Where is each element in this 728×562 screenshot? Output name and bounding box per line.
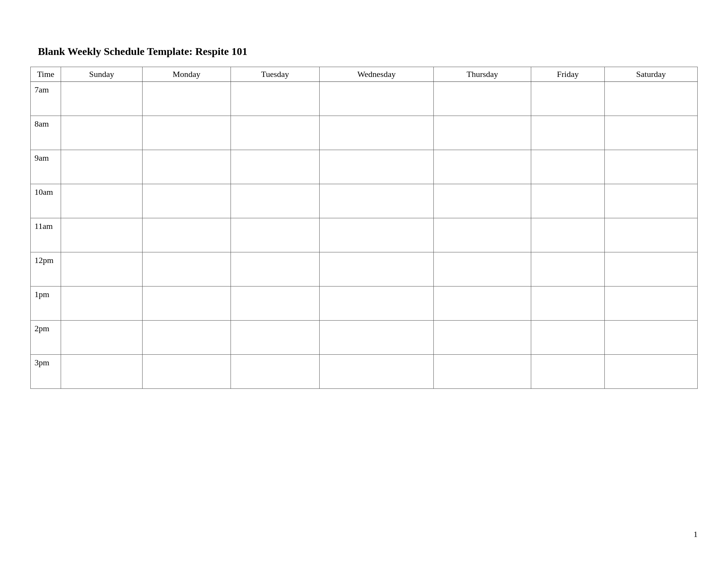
schedule-cell[interactable] bbox=[142, 286, 231, 321]
schedule-table: Time Sunday Monday Tuesday Wednesday Thu… bbox=[30, 67, 698, 389]
schedule-cell[interactable] bbox=[319, 252, 433, 286]
table-row: 7am bbox=[31, 82, 698, 116]
schedule-cell[interactable] bbox=[319, 116, 433, 150]
table-row: 8am bbox=[31, 116, 698, 150]
schedule-cell[interactable] bbox=[319, 82, 433, 116]
schedule-cell[interactable] bbox=[231, 82, 319, 116]
table-row: 1pm bbox=[31, 286, 698, 321]
table-row: 3pm bbox=[31, 355, 698, 389]
schedule-cell[interactable] bbox=[434, 218, 531, 252]
schedule-cell[interactable] bbox=[319, 218, 433, 252]
schedule-cell[interactable] bbox=[61, 321, 143, 355]
time-cell: 1pm bbox=[31, 286, 61, 321]
schedule-cell[interactable] bbox=[604, 184, 697, 218]
schedule-cell[interactable] bbox=[434, 252, 531, 286]
header-time: Time bbox=[31, 67, 61, 82]
schedule-cell[interactable] bbox=[604, 321, 697, 355]
table-row: 2pm bbox=[31, 321, 698, 355]
schedule-cell[interactable] bbox=[142, 218, 231, 252]
schedule-cell[interactable] bbox=[61, 82, 143, 116]
schedule-cell[interactable] bbox=[434, 355, 531, 389]
header-saturday: Saturday bbox=[604, 67, 697, 82]
schedule-cell[interactable] bbox=[604, 150, 697, 184]
header-friday: Friday bbox=[531, 67, 605, 82]
schedule-cell[interactable] bbox=[604, 355, 697, 389]
schedule-cell[interactable] bbox=[604, 82, 697, 116]
schedule-cell[interactable] bbox=[142, 252, 231, 286]
schedule-cell[interactable] bbox=[434, 150, 531, 184]
header-monday: Monday bbox=[142, 67, 231, 82]
schedule-cell[interactable] bbox=[604, 116, 697, 150]
schedule-cell[interactable] bbox=[319, 355, 433, 389]
schedule-cell[interactable] bbox=[434, 321, 531, 355]
header-tuesday: Tuesday bbox=[231, 67, 319, 82]
schedule-cell[interactable] bbox=[231, 355, 319, 389]
time-cell: 2pm bbox=[31, 321, 61, 355]
schedule-cell[interactable] bbox=[531, 218, 605, 252]
schedule-cell[interactable] bbox=[142, 150, 231, 184]
header-row: Time Sunday Monday Tuesday Wednesday Thu… bbox=[31, 67, 698, 82]
schedule-cell[interactable] bbox=[61, 184, 143, 218]
schedule-cell[interactable] bbox=[319, 286, 433, 321]
schedule-cell[interactable] bbox=[531, 286, 605, 321]
schedule-cell[interactable] bbox=[142, 355, 231, 389]
header-wednesday: Wednesday bbox=[319, 67, 433, 82]
schedule-cell[interactable] bbox=[434, 184, 531, 218]
time-cell: 8am bbox=[31, 116, 61, 150]
schedule-cell[interactable] bbox=[231, 252, 319, 286]
table-row: 9am bbox=[31, 150, 698, 184]
schedule-cell[interactable] bbox=[531, 321, 605, 355]
schedule-cell[interactable] bbox=[142, 321, 231, 355]
schedule-cell[interactable] bbox=[604, 286, 697, 321]
time-cell: 12pm bbox=[31, 252, 61, 286]
schedule-cell[interactable] bbox=[61, 355, 143, 389]
page-container: Blank Weekly Schedule Template: Respite … bbox=[0, 0, 728, 419]
schedule-cell[interactable] bbox=[61, 218, 143, 252]
schedule-cell[interactable] bbox=[231, 218, 319, 252]
table-row: 11am bbox=[31, 218, 698, 252]
schedule-cell[interactable] bbox=[319, 321, 433, 355]
header-thursday: Thursday bbox=[434, 67, 531, 82]
schedule-cell[interactable] bbox=[531, 82, 605, 116]
schedule-cell[interactable] bbox=[142, 184, 231, 218]
schedule-cell[interactable] bbox=[319, 184, 433, 218]
schedule-cell[interactable] bbox=[142, 116, 231, 150]
table-row: 10am bbox=[31, 184, 698, 218]
schedule-cell[interactable] bbox=[604, 218, 697, 252]
time-cell: 7am bbox=[31, 82, 61, 116]
page-title: Blank Weekly Schedule Template: Respite … bbox=[30, 45, 698, 58]
time-cell: 3pm bbox=[31, 355, 61, 389]
schedule-cell[interactable] bbox=[531, 184, 605, 218]
time-cell: 10am bbox=[31, 184, 61, 218]
schedule-cell[interactable] bbox=[231, 184, 319, 218]
time-cell: 9am bbox=[31, 150, 61, 184]
schedule-cell[interactable] bbox=[319, 150, 433, 184]
schedule-cell[interactable] bbox=[434, 82, 531, 116]
schedule-cell[interactable] bbox=[531, 355, 605, 389]
schedule-cell[interactable] bbox=[231, 116, 319, 150]
schedule-cell[interactable] bbox=[434, 116, 531, 150]
page-number: 1 bbox=[693, 529, 698, 539]
schedule-cell[interactable] bbox=[231, 150, 319, 184]
header-sunday: Sunday bbox=[61, 67, 143, 82]
schedule-cell[interactable] bbox=[61, 252, 143, 286]
schedule-cell[interactable] bbox=[142, 82, 231, 116]
schedule-cell[interactable] bbox=[604, 252, 697, 286]
schedule-cell[interactable] bbox=[61, 286, 143, 321]
schedule-cell[interactable] bbox=[434, 286, 531, 321]
schedule-cell[interactable] bbox=[531, 116, 605, 150]
schedule-cell[interactable] bbox=[531, 252, 605, 286]
schedule-cell[interactable] bbox=[231, 321, 319, 355]
schedule-cell[interactable] bbox=[61, 150, 143, 184]
time-cell: 11am bbox=[31, 218, 61, 252]
schedule-cell[interactable] bbox=[231, 286, 319, 321]
schedule-cell[interactable] bbox=[61, 116, 143, 150]
schedule-cell[interactable] bbox=[531, 150, 605, 184]
table-row: 12pm bbox=[31, 252, 698, 286]
